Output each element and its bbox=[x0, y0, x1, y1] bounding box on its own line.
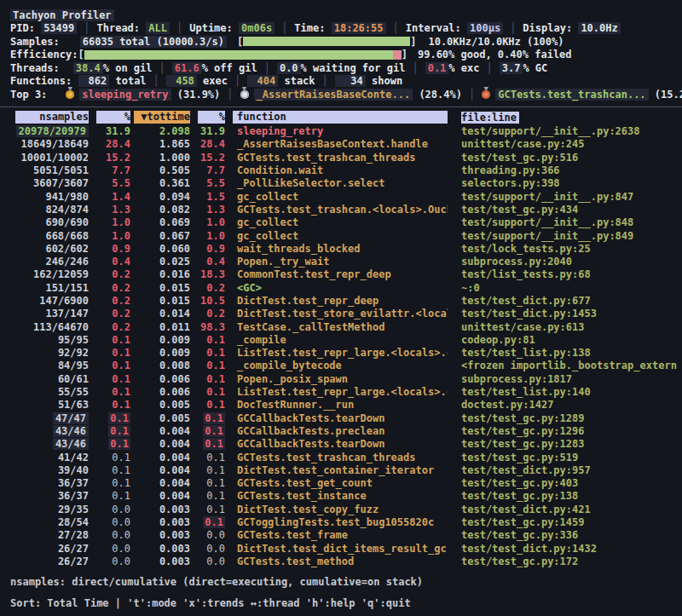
tottime-value: 0.003 bbox=[159, 543, 190, 555]
stat: 458 exec bbox=[166, 75, 228, 87]
nsamples-value: 60/61 bbox=[58, 373, 89, 385]
efficiency-bar-good bbox=[84, 50, 393, 60]
column-header-nsamples[interactable]: nsamples bbox=[15, 111, 89, 124]
function-cell: TestCase._callTestMethod bbox=[233, 321, 448, 333]
samples-total: 66035 total (10000.3/s) bbox=[80, 36, 227, 48]
stat-label: total bbox=[109, 75, 146, 87]
pct-direct-cell: 0.0 bbox=[96, 556, 130, 567]
pct-direct-value: 0.4 bbox=[112, 256, 130, 268]
nsamples-value: 3607/3607 bbox=[33, 177, 89, 189]
table-row: 36/370.10.0040.1GCTests.test_instancetes… bbox=[15, 490, 677, 503]
divider: │ bbox=[264, 62, 270, 74]
divider: │ bbox=[322, 75, 328, 87]
function-name: wait_threads_blocked bbox=[237, 243, 361, 255]
pct-cum-cell: 0.0 bbox=[198, 529, 225, 541]
tottime-value: 0.015 bbox=[159, 282, 190, 294]
tottime-value: 0.004 bbox=[159, 438, 190, 450]
pct-direct-cell: 0.1 bbox=[96, 412, 130, 424]
function-name: Condition.wait bbox=[237, 164, 323, 176]
function-name: GCTogglingTests.test_bug1055820c bbox=[237, 516, 434, 528]
file-line-value: test/test_gc.py:172 bbox=[461, 556, 578, 567]
tottime-cell: 0.016 bbox=[134, 268, 190, 280]
file-line-value: subprocess.py:1817 bbox=[461, 373, 572, 385]
top3-items: sleeping_retry (31.9%)│_AssertRaisesBase… bbox=[66, 89, 682, 101]
function-cell: Popen._posix_spawn bbox=[233, 373, 448, 385]
terminal: Tachyon Profiler PID: 53499│Thread: ALL│… bbox=[0, 0, 682, 610]
column-header-function[interactable]: function bbox=[233, 111, 448, 124]
function-name: _PollLikeSelector.select bbox=[237, 177, 384, 189]
column-header-tottime[interactable]: ▼tottime bbox=[134, 111, 190, 124]
file-line-value: test/support/__init__.py:848 bbox=[461, 216, 633, 228]
pct-direct-cell: 1.0 bbox=[96, 216, 130, 228]
column-header-pct-direct[interactable]: % bbox=[96, 111, 130, 124]
nsamples-value: 92/92 bbox=[58, 347, 89, 359]
table-row: 824/8741.30.0821.3GCTests.test_trashcan.… bbox=[15, 203, 677, 216]
pct-direct-value: 0.1 bbox=[112, 373, 130, 385]
pct-direct-value: 0.2 bbox=[112, 268, 130, 280]
medal-gold-icon bbox=[66, 90, 74, 99]
status-value: 18:26:55 bbox=[332, 22, 386, 34]
nsamples-value: 51/63 bbox=[58, 399, 89, 411]
nsamples-cell: 47/47 bbox=[15, 412, 89, 424]
pct-cum-value: 7.7 bbox=[206, 164, 225, 176]
status-label: Uptime: bbox=[189, 22, 239, 34]
stat-value: 404 bbox=[247, 75, 278, 87]
nsamples-value: 36/37 bbox=[58, 490, 89, 502]
function-cell: GCCallbackTests.tearDown bbox=[233, 412, 448, 424]
stat-label: exec bbox=[197, 75, 228, 87]
pct-direct-cell: 0.1 bbox=[96, 373, 130, 385]
top3-label: Top 3: bbox=[10, 89, 47, 101]
column-header-fileline[interactable]: file:line bbox=[461, 112, 677, 124]
tottime-cell: 1.865 bbox=[134, 138, 190, 150]
pct-direct-value: 0.1 bbox=[112, 452, 130, 463]
samples-bar-fill bbox=[243, 37, 410, 46]
stat-label: % off gil bbox=[202, 62, 257, 74]
column-header-pct-cum[interactable]: % bbox=[198, 111, 225, 124]
tottime-value: 0.016 bbox=[159, 268, 190, 280]
pct-direct-cell: 1.0 bbox=[96, 230, 130, 242]
pct-cum-value: 0.1 bbox=[206, 399, 225, 411]
tottime-cell: 0.005 bbox=[134, 412, 190, 424]
nsamples-value: 151/151 bbox=[45, 282, 89, 294]
divider: │ bbox=[510, 22, 516, 34]
nsamples-cell: 246/246 bbox=[15, 256, 89, 268]
pct-cum-cell: 1.0 bbox=[198, 216, 225, 228]
tottime-value: 0.067 bbox=[159, 230, 190, 242]
function-cell: GCCallbackTests.preclean bbox=[233, 425, 448, 437]
tottime-value: 0.004 bbox=[159, 490, 190, 502]
function-name: gc_collect bbox=[237, 230, 298, 242]
function-name: DictTest.test_dict_items_result_gc bbox=[237, 543, 447, 555]
table-row: 51/630.10.0050.1DocTestRunner.__rundocte… bbox=[15, 399, 677, 412]
stat-value: 458 bbox=[166, 75, 197, 87]
function-cell: <GC> bbox=[233, 282, 448, 294]
top-function-name: GCTests.test_trashcan... bbox=[495, 89, 648, 101]
pct-direct-value: 0.2 bbox=[112, 321, 130, 333]
nsamples-cell: 162/12059 bbox=[15, 268, 89, 280]
function-cell: GCTests.test_instance bbox=[233, 490, 448, 502]
nsamples-value: 147/6900 bbox=[39, 295, 89, 307]
pct-cum-value: 1.0 bbox=[206, 216, 225, 228]
file-line-value: test/test_gc.py:336 bbox=[461, 529, 578, 541]
file-line-cell: subprocess.py:1817 bbox=[461, 373, 677, 385]
pct-direct-value: 0.0 bbox=[112, 543, 130, 555]
stat-value: 0.0 bbox=[277, 62, 301, 74]
nsamples-value: 668/668 bbox=[45, 230, 89, 242]
pct-cum-value: 0.1 bbox=[206, 360, 225, 371]
file-line-value: test/test_gc.py:516 bbox=[461, 152, 578, 164]
function-name: TestCase._callTestMethod bbox=[237, 321, 384, 333]
file-line-value: unittest/case.py:613 bbox=[461, 321, 585, 333]
pct-direct-cell: 1.4 bbox=[96, 191, 130, 203]
nsamples-value: 36/37 bbox=[58, 477, 89, 489]
file-line-value: ~:0 bbox=[461, 282, 480, 294]
nsamples-cell: 29/35 bbox=[15, 504, 89, 515]
tottime-value: 0.004 bbox=[159, 425, 190, 437]
function-cell: Popen._try_wait bbox=[233, 256, 448, 268]
keybinds: Sort: Total Time | 't':mode 'x':trends ↔… bbox=[10, 596, 677, 610]
tottime-cell: 0.069 bbox=[134, 216, 190, 228]
nsamples-cell: 20978/20979 bbox=[15, 125, 89, 137]
pct-cum-value: 0.1 bbox=[206, 347, 225, 359]
function-cell: GCTests.test_trashcan.<locals>.Ouch.... bbox=[233, 204, 448, 216]
status-label: Time: bbox=[294, 22, 331, 34]
pct-direct-cell: 0.2 bbox=[96, 308, 130, 320]
pct-direct-value: 0.1 bbox=[112, 399, 130, 411]
